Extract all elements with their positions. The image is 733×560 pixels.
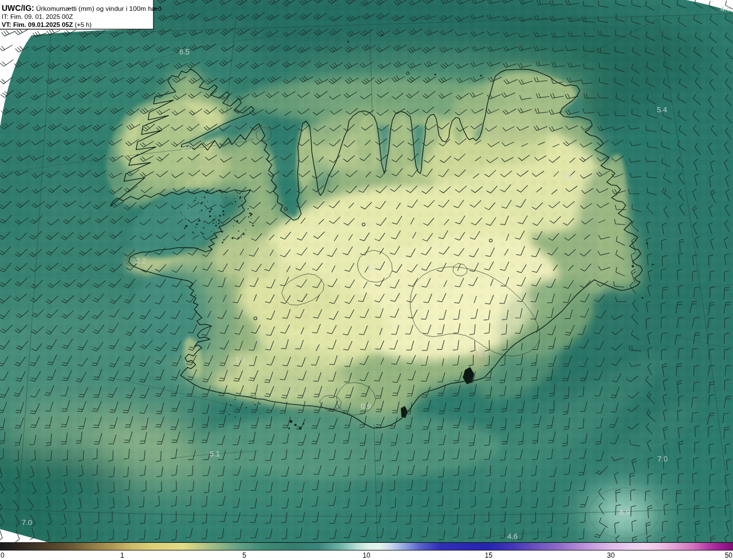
svg-text:50: 50 bbox=[725, 551, 733, 559]
svg-text:2.0: 2.0 bbox=[561, 172, 572, 180]
svg-text:5: 5 bbox=[242, 551, 246, 559]
svg-text:UWC/IG: Úrkomumætti (mm) og vi: UWC/IG: Úrkomumætti (mm) og vindur i 100… bbox=[2, 3, 161, 13]
svg-text:7.0: 7.0 bbox=[657, 455, 668, 463]
svg-text:7.0: 7.0 bbox=[22, 518, 32, 527]
svg-text:0.9: 0.9 bbox=[361, 402, 371, 411]
svg-text:6.9: 6.9 bbox=[620, 508, 630, 516]
svg-text:1: 1 bbox=[120, 551, 124, 559]
svg-text:VT: Fim. 09.01.2025 05Z (+5 h): VT: Fim. 09.01.2025 05Z (+5 h) bbox=[2, 21, 92, 28]
svg-text:1.6: 1.6 bbox=[235, 355, 245, 364]
svg-text:0: 0 bbox=[1, 551, 5, 559]
svg-text:15: 15 bbox=[485, 551, 493, 559]
svg-text:5.1: 5.1 bbox=[210, 449, 220, 458]
svg-text:2.2: 2.2 bbox=[136, 257, 146, 265]
svg-text:2.5: 2.5 bbox=[182, 144, 192, 152]
svg-text:10: 10 bbox=[362, 551, 371, 559]
svg-text:4.6: 4.6 bbox=[507, 532, 518, 541]
svg-text:5.4: 5.4 bbox=[657, 105, 667, 114]
svg-text:IT: Fim. 09. 01. 2025 00Z: IT: Fim. 09. 01. 2025 00Z bbox=[2, 13, 73, 20]
svg-text:0.7: 0.7 bbox=[478, 350, 488, 358]
svg-text:1.2: 1.2 bbox=[366, 263, 377, 271]
svg-text:4.6: 4.6 bbox=[720, 5, 731, 13]
svg-text:6.5: 6.5 bbox=[179, 48, 190, 56]
svg-text:30: 30 bbox=[607, 551, 615, 559]
